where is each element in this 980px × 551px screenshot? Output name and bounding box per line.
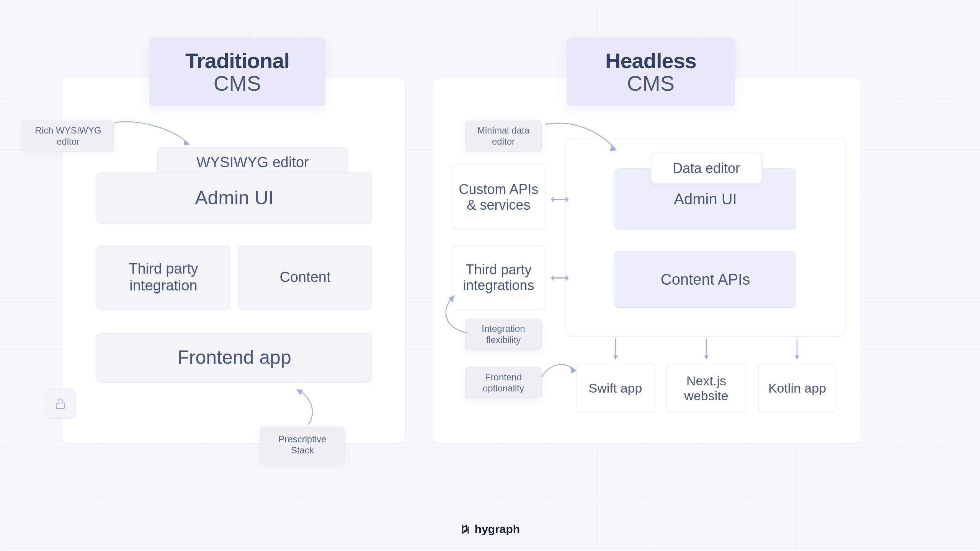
custom-apis-block: Custom APIs & services (452, 165, 546, 230)
headless-title-bold: Headless (590, 50, 711, 72)
content-apis-block: Content APIs (614, 251, 796, 308)
nextjs-website-block: Next.js website (666, 364, 746, 413)
rich-wysiwyg-tag: Rich WYSIWYG editor (22, 121, 114, 152)
minimal-data-editor-tag: Minimal data editor (465, 121, 542, 152)
svg-rect-0 (56, 403, 65, 408)
arrow-rich-to-wysiwyg (111, 115, 199, 157)
kotlin-app-block: Kotlin app (758, 364, 836, 413)
arrow-down-icon (702, 339, 710, 362)
svg-marker-6 (613, 355, 618, 360)
hygraph-logo: hygraph (460, 523, 520, 536)
traditional-title-bold: Traditional (173, 50, 302, 72)
arrow-down-icon (793, 339, 801, 362)
hygraph-logo-icon (460, 524, 471, 535)
svg-marker-7 (704, 355, 709, 360)
svg-marker-8 (795, 355, 799, 360)
traditional-title-light: CMS (173, 72, 302, 95)
diagram-canvas: Traditional CMS WYSIWYG editor Admin UI … (0, 0, 980, 551)
third-party-block: Third party integration (96, 245, 230, 310)
traditional-title: Traditional CMS (149, 38, 325, 106)
headless-title: Headless CMS (567, 38, 735, 106)
arrow-stack-to-frontend (276, 385, 322, 429)
integration-flexibility-tag: Integration flexibility (465, 319, 542, 350)
content-block: Content (238, 245, 372, 310)
prescriptive-stack-tag: Prescriptive Stack (260, 427, 345, 463)
double-arrow-icon: ⟷ (550, 270, 568, 285)
double-arrow-icon: ⟷ (550, 191, 568, 207)
admin-ui-block: Admin UI (96, 172, 372, 224)
arrow-frontend-to-apps (536, 356, 582, 386)
arrow-down-icon (612, 339, 619, 362)
data-editor-block: Data editor (651, 153, 762, 184)
arrow-flex-to-thirdparty (433, 291, 475, 337)
headless-title-light: CMS (590, 72, 711, 95)
frontend-app-block: Frontend app (96, 333, 372, 383)
swift-app-block: Swift app (576, 364, 655, 413)
svg-marker-1 (184, 140, 189, 145)
hygraph-logo-text: hygraph (475, 523, 520, 536)
arrow-minimal-to-dataeditor (542, 117, 626, 159)
svg-marker-3 (610, 145, 616, 151)
frontend-optionality-tag: Frontend optionality (465, 367, 542, 399)
lock-icon (45, 388, 76, 419)
